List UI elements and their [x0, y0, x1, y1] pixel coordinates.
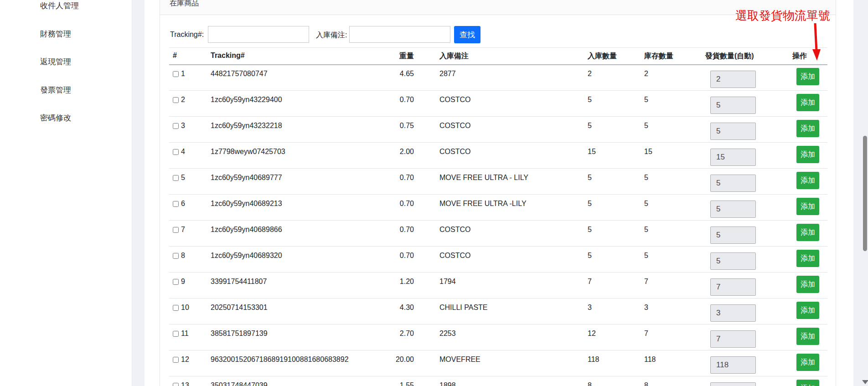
row-checkbox[interactable]	[173, 201, 179, 207]
inbound-remark: COSTCO	[439, 96, 470, 104]
inbound-qty: 5	[588, 122, 592, 130]
col-header-weight: 重量	[387, 51, 414, 61]
add-button[interactable]: 添加	[796, 120, 819, 137]
weight-value: 0.70	[387, 252, 414, 260]
row-number: 3	[181, 122, 185, 130]
table-body: 1448217570807474.65287722添加21zc60y59yn43…	[169, 65, 827, 386]
annotation-select-shipping-number: 選取發貨物流單號	[735, 8, 830, 24]
main-panel: 在庫商品 Tracking#: 入庫備注: 查找 # Tracking# 重量 …	[160, 0, 836, 386]
table-header: # Tracking# 重量 入庫備注 入庫數量 庫存數量 發貨數量(自動) 操…	[169, 47, 827, 65]
ship-qty-input[interactable]	[710, 149, 756, 166]
weight-value: 20.00	[387, 355, 414, 364]
stock-qty: 5	[644, 252, 648, 260]
tracking-number: 33991754411807	[211, 278, 267, 286]
ship-qty-input[interactable]	[710, 97, 756, 114]
stock-qty: 118	[644, 355, 656, 364]
sidebar-item-password[interactable]: 密碼修改	[40, 113, 71, 123]
weight-value: 1.55	[387, 381, 414, 386]
add-button[interactable]: 添加	[796, 276, 819, 293]
search-button[interactable]: 查找	[454, 26, 480, 43]
red-down-arrow	[805, 23, 827, 62]
scrollbar-thumb[interactable]	[863, 136, 867, 251]
row-number: 12	[181, 355, 189, 364]
row-checkbox[interactable]	[173, 357, 179, 363]
tracking-number: 1zc60y59yn43232218	[211, 122, 282, 130]
add-button[interactable]: 添加	[796, 94, 819, 111]
row-checkbox[interactable]	[173, 279, 179, 285]
inbound-remark: COSTCO	[439, 226, 470, 234]
ship-qty-input[interactable]	[710, 123, 756, 140]
stock-qty: 5	[644, 122, 648, 130]
tracking-search-label: Tracking#:	[170, 31, 204, 39]
weight-value: 4.30	[387, 304, 414, 312]
ship-qty-input[interactable]	[710, 304, 756, 322]
stock-qty: 7	[644, 329, 648, 338]
table-row: 1448217570807474.65287722添加	[169, 65, 827, 91]
row-checkbox[interactable]	[173, 305, 179, 311]
ship-qty-input[interactable]	[710, 201, 756, 218]
tracking-number: 1zc60y59yn40689213	[211, 200, 282, 208]
sidebar-item-finance[interactable]: 財務管理	[40, 29, 71, 39]
inbound-qty: 15	[588, 148, 596, 156]
table-row: 31zc60y59yn432322180.75COSTCO55添加	[169, 117, 827, 143]
add-button[interactable]: 添加	[796, 198, 819, 215]
tracking-number: 1zc60y59yn40689320	[211, 252, 282, 260]
col-header-remark: 入庫備注	[439, 51, 469, 61]
add-button[interactable]: 添加	[796, 224, 819, 241]
weight-value: 0.75	[387, 122, 414, 130]
add-button[interactable]: 添加	[796, 68, 819, 85]
ship-qty-input[interactable]	[710, 71, 756, 88]
sidebar-item-recipients[interactable]: 收件人管理	[40, 0, 79, 11]
tracking-number: 1zc60y59yn40689777	[211, 174, 282, 182]
col-header-ship-qty: 發貨數量(自動)	[705, 51, 754, 61]
add-button[interactable]: 添加	[796, 354, 819, 371]
add-button[interactable]: 添加	[796, 250, 819, 267]
add-button[interactable]: 添加	[796, 172, 819, 189]
ship-qty-input[interactable]	[710, 278, 756, 296]
tracking-number: 9632001520671868919100881680683892	[211, 355, 349, 364]
ship-qty-input[interactable]	[710, 252, 756, 270]
ship-qty-input[interactable]	[710, 226, 756, 244]
ship-qty-input[interactable]	[710, 356, 756, 374]
inbound-qty: 7	[588, 278, 592, 286]
add-button[interactable]: 添加	[796, 302, 819, 319]
row-checkbox[interactable]	[173, 71, 179, 77]
row-checkbox[interactable]	[173, 331, 179, 337]
row-checkbox[interactable]	[173, 253, 179, 259]
inbound-remark: COSTCO	[439, 148, 470, 156]
add-button[interactable]: 添加	[796, 146, 819, 163]
stock-qty: 2	[644, 70, 648, 78]
table-row: 21zc60y59yn432294000.70COSTCO55添加	[169, 91, 827, 117]
row-number: 8	[181, 252, 185, 260]
inbound-qty: 5	[588, 96, 592, 104]
tracking-search-input[interactable]	[208, 26, 309, 43]
scrollbar-down-arrow[interactable]	[862, 380, 868, 384]
inbound-qty: 118	[588, 355, 599, 364]
row-checkbox[interactable]	[173, 227, 179, 233]
ship-qty-input[interactable]	[710, 175, 756, 192]
weight-value: 1.20	[387, 278, 414, 286]
table-row: 71zc60y59yn406898660.70COSTCO55添加	[169, 221, 827, 247]
add-button[interactable]: 添加	[796, 380, 819, 386]
table-row: 12963200152067186891910088168068389220.0…	[169, 350, 827, 376]
inbound-qty: 5	[588, 252, 592, 260]
add-button[interactable]: 添加	[796, 328, 819, 345]
row-number: 7	[181, 226, 185, 234]
remark-search-input[interactable]	[349, 26, 450, 43]
row-checkbox[interactable]	[173, 175, 179, 181]
ship-qty-input[interactable]	[710, 330, 756, 348]
sidebar-gap-strip	[132, 0, 145, 386]
sidebar-item-invoice[interactable]: 發票管理	[40, 85, 71, 95]
row-checkbox[interactable]	[173, 97, 179, 103]
sidebar-item-cashback[interactable]: 返現管理	[40, 57, 71, 67]
inbound-remark: MOVEFREE	[439, 355, 480, 364]
row-checkbox[interactable]	[173, 149, 179, 155]
ship-qty-input[interactable]	[710, 382, 756, 386]
row-checkbox[interactable]	[173, 123, 179, 129]
weight-value: 0.70	[387, 226, 414, 234]
row-checkbox[interactable]	[173, 383, 179, 386]
tracking-number: 1z7798weyw07425703	[211, 148, 285, 156]
inbound-remark: MOVE FREE ULTRA -LILY	[439, 200, 527, 208]
row-number: 6	[181, 200, 185, 208]
inbound-remark: 2253	[439, 329, 456, 338]
